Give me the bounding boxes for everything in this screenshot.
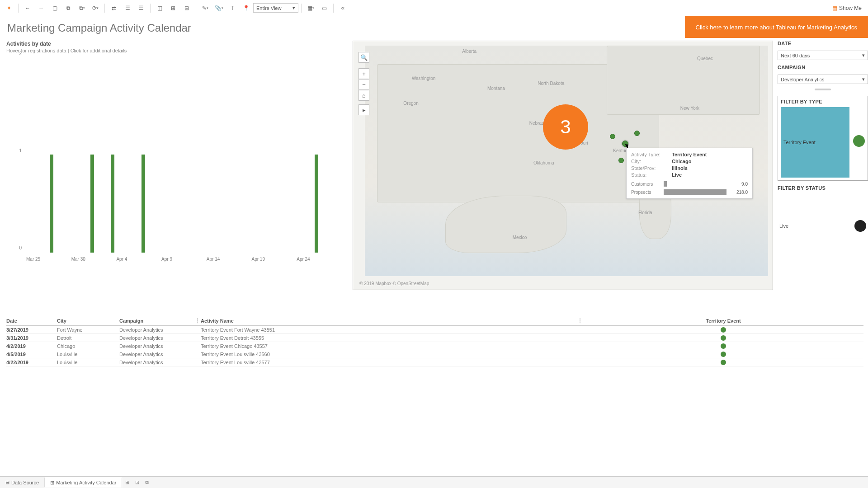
new-sheet-icon[interactable]: ⊞ (122, 478, 132, 487)
col-city[interactable]: City (57, 318, 119, 324)
bar-slot (291, 56, 301, 253)
new-data-icon[interactable]: ⧉ (62, 2, 75, 14)
new-dashboard-icon[interactable]: ⊡ (132, 478, 142, 487)
tooltip-bar-label: Customers (631, 182, 661, 187)
marketing-banner[interactable]: Click here to learn more about Tableau f… (685, 16, 868, 38)
show-me-label: Show Me (839, 5, 862, 11)
highlight-icon[interactable]: ✎▾ (199, 2, 212, 14)
tooltip-label: Status: (631, 172, 672, 178)
y-tick: 1 (19, 148, 22, 153)
pin-icon[interactable]: 📍 (240, 2, 252, 14)
cell-city: Chicago (57, 343, 119, 349)
tableau-logo-icon[interactable]: ✦ (3, 2, 15, 14)
map-region-label: Oklahoma (533, 160, 554, 165)
map-zoom-out-icon[interactable]: − (359, 79, 369, 90)
status-filter-row[interactable]: Live (778, 195, 868, 254)
cell-campaign: Developer Analytics (119, 343, 201, 349)
table-row[interactable]: 3/27/2019Fort WayneDeveloper AnalyticsTe… (6, 326, 863, 334)
options-icon[interactable]: ⊟ (180, 2, 193, 14)
tooltip-label: Activity Type: (631, 152, 672, 157)
col-type[interactable]: Territory Event (583, 318, 863, 324)
chart-bar[interactable] (50, 155, 53, 253)
header: Marketing Campaign Activity Calendar Cli… (0, 16, 868, 38)
chart-bar[interactable] (90, 155, 94, 253)
cell-city: Louisville (57, 352, 119, 357)
chevron-down-icon: ▾ (292, 5, 295, 11)
chart-bar[interactable] (111, 155, 114, 253)
bar-slot (128, 56, 138, 253)
attach-icon[interactable]: 📎▾ (212, 2, 225, 14)
refresh-icon[interactable]: ⟳▾ (89, 2, 102, 14)
sort-asc-icon[interactable]: ☰ (121, 2, 134, 14)
map-region-label: Montana (487, 86, 505, 91)
back-icon[interactable]: ← (21, 2, 34, 14)
chevron-down-icon: ▾ (862, 52, 865, 58)
dashboard-icon: ⊞ (50, 480, 54, 486)
map-attribution: © 2019 Mapbox © OpenStreetMap (359, 281, 429, 286)
map-event-dot-selected[interactable] (622, 141, 628, 147)
map-event-dot[interactable] (610, 134, 615, 139)
table-row[interactable]: 4/2/2019ChicagoDeveloper AnalyticsTerrit… (6, 342, 863, 350)
bar-slot (179, 56, 189, 253)
fit-select[interactable]: Entire View ▾ (253, 3, 298, 13)
sort-desc-icon[interactable]: ☰ (135, 2, 147, 14)
map-zoom-in-icon[interactable]: + (359, 68, 369, 79)
bar-slot (301, 56, 311, 253)
tooltip-value: Chicago (672, 159, 691, 164)
cell-type (583, 360, 863, 365)
group-icon[interactable]: ◫ (153, 2, 166, 14)
col-date[interactable]: Date (6, 318, 57, 324)
event-dot-icon (721, 335, 726, 341)
map-reset-icon[interactable]: ⌂ (359, 90, 369, 101)
chart-bar[interactable] (142, 155, 145, 253)
map-pan-icon[interactable]: ▸ (359, 104, 369, 115)
table-row[interactable]: 4/22/2019LouisvilleDeveloper AnalyticsTe… (6, 358, 863, 366)
tooltip-row: Activity Type:Territory Event (631, 152, 748, 157)
forward-icon[interactable]: → (35, 2, 47, 14)
show-cards-icon[interactable]: ▦▾ (304, 2, 317, 14)
bar-slot (67, 56, 77, 253)
new-worksheet-icon[interactable]: ⧉▾ (75, 2, 88, 14)
totals-icon[interactable]: ⊞ (167, 2, 179, 14)
date-filter-select[interactable]: Next 60 days ▾ (778, 51, 868, 60)
tab-marketing-calendar[interactable]: ⊞ Marketing Activity Calendar (45, 477, 122, 488)
type-filter-card[interactable]: Territory Event (781, 107, 849, 178)
swap-icon[interactable]: ⇄ (108, 2, 120, 14)
column-resize-icon[interactable]: ┆ (579, 318, 581, 324)
event-dot-icon (721, 360, 726, 365)
tab-label: Data Source (11, 480, 39, 485)
chevron-down-icon: ▾ (862, 76, 865, 82)
filters-panel: DATE Next 60 days ▾ CAMPAIGN Developer A… (778, 41, 868, 314)
event-dot-icon (721, 327, 726, 333)
show-me-button[interactable]: ▤ Show Me (829, 3, 865, 13)
tooltip-bar-label: Propsects (631, 190, 661, 195)
map-panel[interactable]: AlbertaMontanaNorth DakotaWashingtonOreg… (353, 41, 773, 290)
cell-date: 3/27/2019 (6, 327, 57, 333)
tooltip-bar-value: 9.0 (741, 182, 748, 187)
label-icon[interactable]: T (226, 2, 239, 14)
tooltip-label: City: (631, 159, 672, 164)
share-icon[interactable]: ∝ (336, 2, 349, 14)
map-region-label: Oregon (403, 101, 418, 106)
chart-bar[interactable] (315, 155, 318, 253)
tab-data-source[interactable]: ⊟ Data Source (0, 478, 45, 487)
table-row[interactable]: 4/5/2019LouisvilleDeveloper AnalyticsTer… (6, 350, 863, 358)
map-search-icon[interactable]: 🔍 (359, 52, 369, 63)
chart-area[interactable]: 012 Mar 25Mar 30Apr 4Apr 9Apr 14Apr 19Ap… (6, 56, 346, 262)
new-story-icon[interactable]: ⧉ (142, 478, 152, 487)
map-cluster-marker[interactable]: 3 (543, 104, 588, 150)
bar-slot (270, 56, 281, 253)
map-event-dot[interactable] (618, 158, 624, 163)
resize-grip-icon[interactable] (778, 89, 868, 91)
presentation-icon[interactable]: ▭ (318, 2, 330, 14)
col-activity[interactable]: Activity Name┆ (201, 318, 583, 324)
column-resize-icon[interactable]: ┆ (196, 318, 199, 324)
map-region-label: Alberta (462, 49, 476, 54)
bar-slot (57, 56, 67, 253)
campaign-filter-select[interactable]: Developer Analytics ▾ (778, 75, 868, 84)
cell-campaign: Developer Analytics (119, 360, 201, 365)
save-icon[interactable]: ▢ (48, 2, 61, 14)
map-event-dot[interactable] (634, 131, 640, 136)
table-row[interactable]: 3/31/2019DetroitDeveloper AnalyticsTerri… (6, 334, 863, 342)
col-campaign[interactable]: Campaign┆ (119, 318, 201, 324)
